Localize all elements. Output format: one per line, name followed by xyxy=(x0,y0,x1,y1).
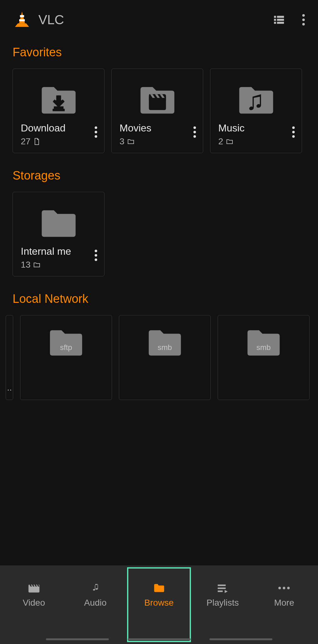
svg-rect-12 xyxy=(218,585,226,586)
svg-rect-5 xyxy=(277,19,284,20)
nav-label: Audio xyxy=(84,598,107,608)
card-subtitle: 27 xyxy=(21,136,96,147)
vlc-logo-icon xyxy=(13,10,31,29)
storages-heading: Storages xyxy=(13,169,305,182)
network-card-partial-left[interactable]: .. xyxy=(6,315,13,400)
folder-label: smb xyxy=(256,343,271,352)
main-content: Favorites Download 27 xyxy=(0,36,318,400)
playlist-icon xyxy=(217,583,229,593)
nav-browse[interactable]: Browse xyxy=(127,567,191,642)
svg-rect-0 xyxy=(20,15,24,17)
svg-rect-4 xyxy=(274,19,276,20)
storage-card-internal[interactable]: Internal me 13 xyxy=(13,192,104,276)
storages-row: Internal me 13 xyxy=(13,192,305,276)
folder-icon xyxy=(226,138,233,145)
folder-label: smb xyxy=(158,343,172,352)
favorites-row: Download 27 Movies xyxy=(13,69,305,153)
list-view-icon[interactable] xyxy=(273,14,285,26)
card-title: Movies xyxy=(120,122,195,134)
file-icon xyxy=(33,138,41,145)
svg-rect-6 xyxy=(274,22,276,24)
card-subtitle: 3 xyxy=(120,136,195,147)
card-more-icon[interactable] xyxy=(95,126,97,138)
svg-rect-3 xyxy=(277,16,284,18)
nav-label: Playlists xyxy=(207,598,239,608)
favorites-heading: Favorites xyxy=(13,46,305,59)
folder-download-icon xyxy=(39,85,78,116)
bottom-navigation: Video Audio Browse Playlists More xyxy=(0,565,318,644)
network-row: .. sftp smb smb xyxy=(6,315,305,400)
svg-rect-14 xyxy=(218,591,223,592)
svg-rect-2 xyxy=(274,16,276,18)
favorite-card-music[interactable]: Music 2 xyxy=(210,69,302,153)
card-more-icon[interactable] xyxy=(95,250,97,261)
folder-label: sftp xyxy=(60,343,72,352)
audio-icon xyxy=(89,583,101,593)
network-card-sftp[interactable]: sftp xyxy=(20,315,112,400)
nav-more[interactable]: More xyxy=(254,565,315,644)
svg-rect-1 xyxy=(19,19,25,21)
card-subtitle: 13 xyxy=(21,260,96,270)
svg-rect-13 xyxy=(218,587,226,589)
favorite-card-download[interactable]: Download 27 xyxy=(13,69,104,153)
nav-playlists[interactable]: Playlists xyxy=(192,565,253,644)
folder-music-icon xyxy=(237,85,276,116)
folder-icon xyxy=(153,583,165,593)
gesture-navigation-bar xyxy=(0,638,318,640)
favorite-card-movies[interactable]: Movies 3 xyxy=(111,69,203,153)
card-more-icon[interactable] xyxy=(292,126,295,138)
network-card-smb-1[interactable]: smb xyxy=(119,315,211,400)
nav-label: More xyxy=(274,598,294,608)
svg-rect-7 xyxy=(277,22,284,24)
folder-movies-icon xyxy=(138,85,177,116)
nav-label: Browse xyxy=(144,598,174,608)
app-header: VLC xyxy=(0,0,318,36)
folder-icon xyxy=(39,208,78,239)
card-title: Download xyxy=(21,122,96,134)
card-title: Internal me xyxy=(21,246,96,257)
app-title: VLC xyxy=(38,12,273,27)
local-network-heading: Local Network xyxy=(13,292,305,306)
card-subtitle: 2 xyxy=(218,136,294,147)
nav-audio[interactable]: Audio xyxy=(64,565,126,644)
card-title: Music xyxy=(218,122,294,134)
video-icon xyxy=(28,583,40,593)
more-horizontal-icon xyxy=(278,583,290,593)
network-card-smb-2[interactable]: smb xyxy=(218,315,310,400)
nav-video[interactable]: Video xyxy=(3,565,64,644)
nav-label: Video xyxy=(23,598,45,608)
folder-icon xyxy=(127,138,135,145)
header-more-icon[interactable] xyxy=(302,14,305,26)
folder-icon xyxy=(33,261,41,269)
card-more-icon[interactable] xyxy=(193,126,196,138)
svg-rect-8 xyxy=(53,109,64,111)
